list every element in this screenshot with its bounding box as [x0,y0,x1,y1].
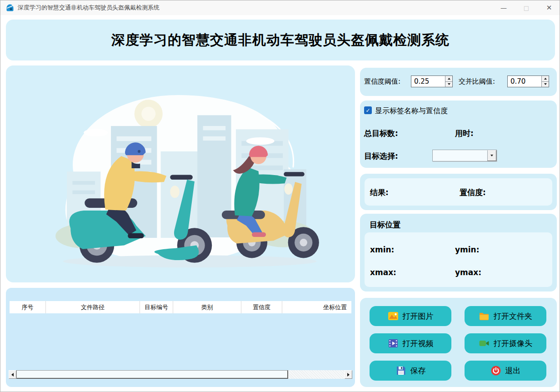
camera-icon [479,338,490,349]
open-video-label: 打开视频 [403,338,434,349]
chevron-down-icon [490,155,493,156]
iou-threshold-label: 交并比阈值: [459,77,495,86]
result-panel: 结果: 置信度: [360,174,557,210]
exit-label: 退出 [505,366,521,376]
iou-spin-buttons [541,76,549,87]
confidence-threshold-label: 置信度阈值: [364,77,400,86]
open-folder-button[interactable]: 打开文件夹 [465,306,546,326]
app-window: 深度学习的智慧交通非机动车驾驶员头盔佩戴检测系统 — □ ✕ 深度学习的智慧交通… [0,0,560,392]
target-position-panel: 目标位置 xmin: ymin: xmax: ymax: [360,214,557,291]
open-image-label: 打开图片 [403,311,434,322]
result-inner-box: 结果: 置信度: [365,178,552,206]
video-icon [388,338,399,349]
dropdown-arrow-button[interactable] [487,150,496,161]
table-header-confidence[interactable]: 置信度 [241,301,282,313]
titlebar: 深度学习的智慧交通非机动车驾驶员头盔佩戴检测系统 — □ ✕ [0,0,560,15]
close-button[interactable]: ✕ [538,0,560,15]
table-header-filepath[interactable]: 文件路径 [46,301,140,313]
open-image-button[interactable]: 打开图片 [370,306,451,326]
target-select-label: 目标选择: [364,151,398,161]
ymax-label: ymax: [455,268,481,277]
open-camera-label: 打开摄像头 [494,338,532,349]
header-banner: 深度学习的智慧交通非机动车驾驶员头盔佩戴检测系统 [6,20,555,60]
confidence-spin-down-button[interactable] [445,82,452,87]
arrow-up-icon [448,78,450,80]
results-table-panel: 序号 文件路径 目标编号 类别 置信度 坐标位置 [6,288,355,387]
open-video-button[interactable]: 打开视频 [370,333,451,353]
table-header-index[interactable]: 序号 [10,301,46,313]
confidence-threshold-spinner [411,75,453,87]
position-inner-box: xmin: ymin: xmax: ymax: [365,232,552,287]
show-labels-label: 显示标签名称与置信度 [375,106,448,116]
table-header-target-id[interactable]: 目标编号 [140,301,173,313]
table-header-row: 序号 文件路径 目标编号 类别 置信度 坐标位置 [10,301,351,313]
result-label: 结果: [370,187,389,198]
show-labels-checkbox[interactable] [364,106,372,114]
ymin-label: ymin: [455,245,480,254]
iou-spin-down-button[interactable] [542,82,549,87]
total-targets-label: 总目标数: [364,128,398,139]
table-body [10,313,351,369]
window-controls: — □ ✕ [492,0,560,15]
display-options-panel: 显示标签名称与置信度 总目标数: 用时: 目标选择: [360,101,557,168]
scroll-left-icon [11,373,14,377]
save-icon [395,365,406,376]
target-select-value [433,150,487,161]
exit-button[interactable]: 退出 [465,361,546,381]
image-icon [388,311,399,322]
table-header-category[interactable]: 类别 [173,301,241,313]
scrollbar-thumb[interactable] [16,370,288,379]
thresholds-panel: 置信度阈值: 交并比阈值: [360,68,557,96]
horizontal-scrollbar[interactable] [9,370,352,379]
table-header-coords[interactable]: 坐标位置 [282,301,351,313]
arrow-down-icon [448,83,450,85]
time-used-label: 用时: [455,128,474,139]
iou-spin-up-button[interactable] [542,76,549,82]
target-position-title: 目标位置 [370,220,400,230]
scroll-left-button[interactable] [9,370,16,379]
page-title: 深度学习的智慧交通非机动车驾驶员头盔佩戴检测系统 [111,31,450,50]
confidence-threshold-input[interactable] [411,76,445,87]
image-display-area [6,65,355,282]
xmin-label: xmin: [370,245,394,254]
open-folder-label: 打开文件夹 [494,311,532,322]
iou-threshold-input[interactable] [508,76,541,87]
open-camera-button[interactable]: 打开摄像头 [465,333,546,353]
arrow-down-icon [544,83,547,85]
scooter-illustration [40,70,321,277]
minimize-button[interactable]: — [492,0,515,15]
scroll-right-button[interactable] [345,370,352,379]
scroll-right-icon [347,373,350,377]
arrow-up-icon [544,78,547,80]
app-helmet-icon [6,4,14,12]
window-title: 深度学习的智慧交通非机动车驾驶员头盔佩戴检测系统 [18,0,160,15]
iou-threshold-spinner [507,75,549,87]
xmax-label: xmax: [370,268,396,277]
result-confidence-label: 置信度: [460,187,486,198]
power-icon [490,365,501,376]
folder-icon [479,311,490,322]
actions-panel: 打开图片 打开文件夹 打开视频 打开摄像头 保存 退出 [360,298,557,387]
maximize-button[interactable]: □ [515,0,538,15]
save-button[interactable]: 保存 [370,361,451,381]
confidence-spin-buttons [445,76,452,87]
save-label: 保存 [410,366,426,376]
confidence-spin-up-button[interactable] [445,76,452,82]
target-select-dropdown[interactable] [432,150,497,161]
